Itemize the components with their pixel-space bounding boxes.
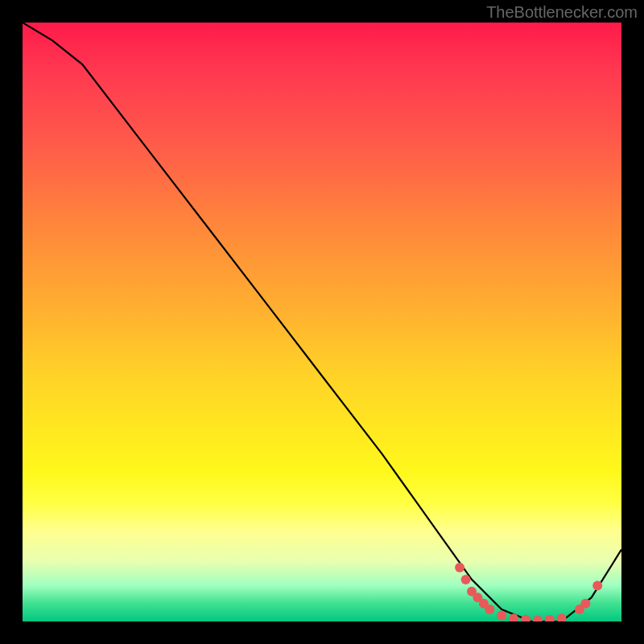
highlight-dots bbox=[455, 563, 602, 621]
highlight-dot bbox=[592, 580, 602, 590]
highlight-dot bbox=[545, 615, 555, 621]
highlight-dot bbox=[497, 611, 506, 621]
chart-svg bbox=[23, 23, 621, 621]
watermark-text: TheBottlenecker.com bbox=[486, 3, 638, 22]
highlight-dot bbox=[461, 575, 471, 584]
highlight-dot bbox=[485, 605, 494, 614]
highlight-dot bbox=[455, 563, 464, 572]
highlight-dot bbox=[580, 599, 590, 609]
curve-line bbox=[23, 23, 621, 621]
highlight-dot bbox=[533, 616, 543, 622]
plot-area bbox=[23, 23, 621, 621]
highlight-dot bbox=[557, 613, 567, 621]
highlight-dot bbox=[521, 615, 530, 621]
